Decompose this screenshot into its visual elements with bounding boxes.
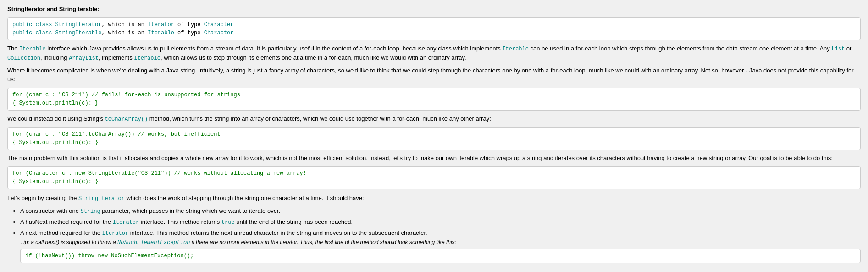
iterator-link-1: Iterator — [148, 22, 174, 28]
bullet-list: A constructor with one String parameter,… — [20, 206, 861, 263]
code-block-1: for (char c : "CS 211") // fails! for-ea… — [7, 88, 861, 111]
character-type-1: Character — [204, 22, 234, 28]
code4-line1: if (!hasNext()) throw new NoSuchElementE… — [25, 253, 194, 259]
tip-text: Tip: a call next() is supposed to throw … — [20, 239, 456, 245]
class-decl-2-pre: public class StringIterable — [12, 30, 101, 36]
paragraph-3: We could instead do it using String's to… — [7, 114, 861, 123]
class-declarations: public class StringIterator, which is an… — [7, 17, 861, 40]
code3-line1: for (Character c : new StringIterable("C… — [12, 170, 306, 177]
bullet-item-3: A next method required for the Iterator … — [20, 228, 861, 263]
code-block-4: if (!hasNext()) throw new NoSuchElementE… — [20, 249, 861, 263]
code3-line2: { System.out.println(c): } — [12, 178, 98, 185]
code-block-2: for (char c : "CS 211".toCharArray()) //… — [7, 127, 861, 150]
paragraph-1: The Iterable interface which Java provid… — [7, 44, 861, 62]
character-type-2: Character — [204, 30, 234, 36]
code1-line1: for (char c : "CS 211") // fails! for-ea… — [12, 92, 240, 98]
code2-line1: for (char c : "CS 211".toCharArray()) //… — [12, 131, 221, 138]
class-decl-2-of: of type — [174, 30, 204, 36]
bullet-item-2: A hasNext method required for the Iterat… — [20, 217, 861, 227]
page-title: StringIterator and StringIterable: — [7, 5, 861, 14]
paragraph-5: Let's begin by creating the StringIterat… — [7, 194, 861, 203]
code-block-3: for (Character c : new StringIterable("C… — [7, 166, 861, 189]
code2-line2: { System.out.println(c): } — [12, 139, 98, 146]
bullet-item-1: A constructor with one String parameter,… — [20, 206, 861, 216]
paragraph-4: The main problem with this solution is t… — [7, 154, 861, 163]
class-decl-1-of: of type — [174, 22, 204, 28]
iterable-link-1: Iterable — [148, 30, 174, 36]
code1-line2: { System.out.println(c): } — [12, 100, 98, 106]
class-decl-1-pre: public class StringIterator — [12, 22, 101, 28]
class-decl-2-which: , which is an — [101, 30, 148, 36]
class-decl-1-which: , which is an — [101, 22, 148, 28]
paragraph-2: Where it becomes complicated is when we'… — [7, 66, 861, 84]
